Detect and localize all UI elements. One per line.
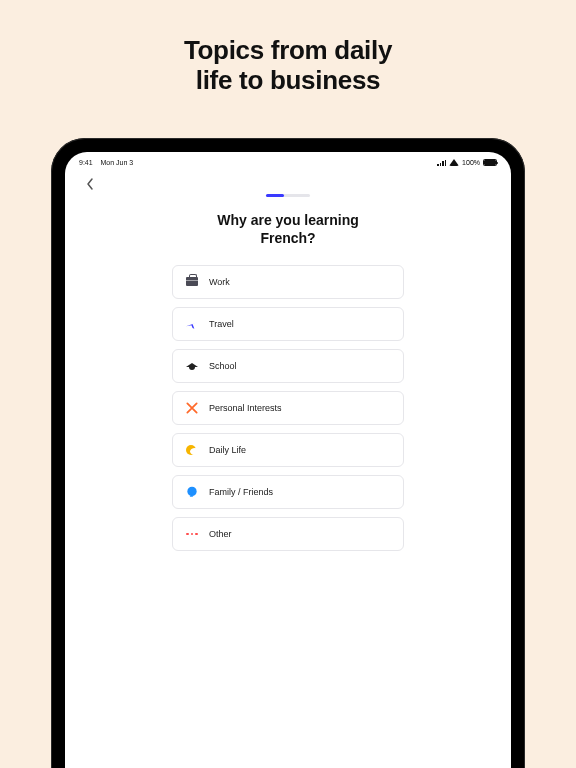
option-family-friends[interactable]: Family / Friends	[172, 475, 404, 509]
nav-row	[65, 168, 511, 196]
option-travel[interactable]: Travel	[172, 307, 404, 341]
headline-line1: Topics from daily	[184, 35, 392, 65]
option-label: Family / Friends	[209, 487, 273, 497]
cellular-signal-icon	[437, 159, 446, 166]
briefcase-icon	[185, 275, 199, 289]
tablet-frame: 9:41 Mon Jun 3 100%	[51, 138, 525, 768]
promo-headline: Topics from daily life to business	[0, 0, 576, 96]
tablet-screen: 9:41 Mon Jun 3 100%	[65, 152, 511, 768]
battery-percent: 100%	[462, 159, 480, 166]
option-label: Daily Life	[209, 445, 246, 455]
progress-indicator	[65, 194, 511, 197]
chevron-left-icon	[85, 177, 95, 191]
status-left: 9:41 Mon Jun 3	[79, 159, 133, 166]
status-bar: 9:41 Mon Jun 3 100%	[65, 152, 511, 168]
option-daily-life[interactable]: Daily Life	[172, 433, 404, 467]
option-other[interactable]: Other	[172, 517, 404, 551]
back-button[interactable]	[81, 175, 99, 193]
battery-icon	[483, 159, 497, 166]
svg-point-0	[187, 487, 196, 496]
option-label: Work	[209, 277, 230, 287]
sun-cloud-icon	[185, 443, 199, 457]
option-label: Other	[209, 529, 232, 539]
wifi-icon	[449, 159, 459, 166]
question-line2: French?	[260, 230, 315, 246]
status-time: 9:41	[79, 159, 93, 166]
option-school[interactable]: School	[172, 349, 404, 383]
status-right: 100%	[437, 159, 497, 166]
progress-fill	[266, 194, 284, 197]
option-label: School	[209, 361, 237, 371]
options-list: Work Travel School Personal Interests	[172, 265, 404, 551]
progress-track	[266, 194, 310, 197]
headline-line2: life to business	[196, 65, 380, 95]
more-dots-icon	[185, 527, 199, 541]
question-line1: Why are you learning	[217, 212, 359, 228]
chat-bubble-icon	[185, 485, 199, 499]
graduation-cap-icon	[185, 359, 199, 373]
crossed-utensils-icon	[185, 401, 199, 415]
onboarding-question: Why are you learning French?	[188, 211, 388, 247]
option-personal-interests[interactable]: Personal Interests	[172, 391, 404, 425]
status-date: Mon Jun 3	[100, 159, 133, 166]
airplane-icon	[185, 317, 199, 331]
option-label: Personal Interests	[209, 403, 282, 413]
option-work[interactable]: Work	[172, 265, 404, 299]
option-label: Travel	[209, 319, 234, 329]
